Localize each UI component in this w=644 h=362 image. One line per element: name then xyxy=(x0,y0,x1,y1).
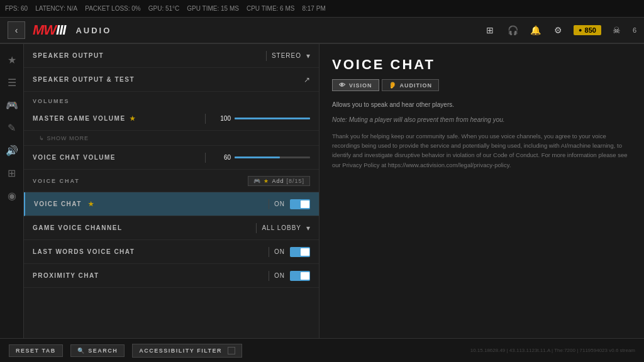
voice-chat-volume-fill xyxy=(235,156,280,158)
gpu-stat: GPU: 51°C xyxy=(148,5,180,12)
sidebar-icon-menu[interactable]: ☰ xyxy=(3,73,21,92)
dropdown-icon: ▾ xyxy=(306,52,310,60)
clock-stat: 8:17 PM xyxy=(302,5,325,12)
game-voice-channel-value: ALL LOBBY xyxy=(262,224,301,231)
voice-chat-row-label: VOICE CHAT ★ xyxy=(34,200,264,207)
pipe-divider6 xyxy=(269,271,269,281)
top-bar: FPS: 60 LATENCY: N/A PACKET LOSS: 0% GPU… xyxy=(0,0,644,18)
debug-info: 10.15.18628.49 | 43.113.1123t.11.A | The… xyxy=(470,348,635,353)
search-button[interactable]: 🔍 SEARCH xyxy=(70,344,125,357)
info-legal: Thank you for helping keep our community… xyxy=(332,131,631,170)
bottom-actions: RESET TAB 🔍 SEARCH ACCESSIBILITY FILTER xyxy=(9,344,242,358)
voice-chat-section-header: VOICE CHAT 🎮 ★ Add [8/15] xyxy=(24,170,319,192)
last-words-toggle[interactable] xyxy=(290,247,310,257)
tab-audition-label: AUDITION xyxy=(400,82,433,89)
voice-chat-volume-value: 60 xyxy=(211,154,231,161)
audition-icon: 👂 xyxy=(389,82,397,89)
settings-icon[interactable]: ⚙ xyxy=(551,23,565,37)
voice-chat-volume-row[interactable]: VOICE CHAT VOLUME 60 xyxy=(24,146,319,170)
master-volume-label: MASTER GAME VOLUME ★ xyxy=(33,115,200,122)
toggle-thumb3 xyxy=(301,272,309,280)
coins-badge: 850 xyxy=(574,25,601,35)
info-description: Allows you to speak and hear other playe… xyxy=(332,100,631,110)
info-note: Note: Muting a player will also prevent … xyxy=(332,115,631,125)
speaker-output-row[interactable]: SPEAKER OUTPUT STEREO ▾ xyxy=(24,44,319,68)
pipe-divider xyxy=(266,51,267,61)
dropdown-icon2: ▾ xyxy=(306,224,310,233)
accessibility-label: ACCESSIBILITY FILTER xyxy=(139,348,222,354)
accessibility-checkbox xyxy=(228,347,235,354)
add-count: [8/15] xyxy=(286,178,304,184)
headset-icon[interactable]: 🎧 xyxy=(506,23,519,37)
back-button[interactable]: ‹ xyxy=(8,21,25,39)
game-voice-channel-row[interactable]: GAME VOICE CHANNEL ALL LOBBY ▾ xyxy=(24,216,319,240)
latency-stat: LATENCY: N/A xyxy=(35,5,77,12)
add-icon: 🎮 xyxy=(253,178,261,184)
proximity-chat-toggle[interactable] xyxy=(290,271,310,281)
vision-icon: 👁 xyxy=(339,82,346,89)
tab-vision[interactable]: 👁 VISION xyxy=(332,79,379,91)
pipe-divider5 xyxy=(269,247,269,257)
skull-icon[interactable]: ☠ xyxy=(610,23,624,37)
last-words-row[interactable]: LAST WORDS VOICE CHAT ON xyxy=(24,240,319,264)
pipe-divider4 xyxy=(256,223,257,233)
accessibility-filter-button[interactable]: ACCESSIBILITY FILTER xyxy=(132,344,242,358)
game-voice-channel-label: GAME VOICE CHANNEL xyxy=(33,224,251,231)
export-icon: ↗ xyxy=(304,75,310,84)
voice-chat-on-value: ON xyxy=(274,200,285,207)
reset-tab-label: RESET TAB xyxy=(16,348,56,354)
coins-value: 850 xyxy=(585,26,596,34)
speaker-output-label: SPEAKER OUTPUT xyxy=(33,52,261,59)
speaker-output-value: STEREO xyxy=(272,52,301,59)
voice-chat-volume-track[interactable] xyxy=(235,156,310,158)
info-panel: VOICE CHAT 👁 VISION 👂 AUDITION Allows yo… xyxy=(319,44,644,338)
voice-chat-toggle-row[interactable]: VOICE CHAT ★ ON xyxy=(24,192,319,216)
top-bar-stats: FPS: 60 LATENCY: N/A PACKET LOSS: 0% GPU… xyxy=(5,5,326,12)
sidebar-icon-audio[interactable]: 🔊 xyxy=(3,141,21,160)
voice-chat-section-label: VOICE CHAT xyxy=(33,178,248,184)
master-volume-track[interactable] xyxy=(235,118,310,119)
add-favorite-button[interactable]: 🎮 ★ Add [8/15] xyxy=(248,176,310,186)
speaker-output-test-label: SPEAKER OUTPUT & TEST xyxy=(33,76,304,83)
gpu-time-stat: GPU TIME: 15 MS xyxy=(187,5,239,12)
level-value: 6 xyxy=(633,26,636,34)
voice-chat-toggle[interactable] xyxy=(290,199,310,209)
voice-chat-volume-label: VOICE CHAT VOLUME xyxy=(33,154,200,161)
toggle-thumb xyxy=(301,200,309,208)
proximity-chat-label: PROXIMITY CHAT xyxy=(33,272,264,279)
sidebar-icon-edit[interactable]: ✎ xyxy=(3,118,21,137)
show-more-row[interactable]: ↳ SHOW MORE xyxy=(24,131,319,146)
tab-vision-label: VISION xyxy=(349,82,372,89)
info-tabs: 👁 VISION 👂 AUDITION xyxy=(332,79,631,91)
pipe-divider3 xyxy=(269,199,269,209)
search-label: SEARCH xyxy=(88,348,118,354)
grid-icon[interactable]: ⊞ xyxy=(483,23,497,37)
tab-audition[interactable]: 👂 AUDITION xyxy=(382,79,440,91)
page-title: AUDIO xyxy=(75,26,111,35)
reset-tab-button[interactable]: RESET TAB xyxy=(9,344,63,357)
sidebar-icon-circle[interactable]: ◉ xyxy=(3,186,21,205)
toggle-thumb2 xyxy=(301,248,309,256)
volumes-header: VOLUMES xyxy=(24,92,319,107)
star-icon2: ★ xyxy=(264,178,269,184)
pipe-divider2 xyxy=(205,153,206,163)
proximity-chat-row[interactable]: PROXIMITY CHAT ON xyxy=(24,264,319,288)
bottom-bar: RESET TAB 🔍 SEARCH ACCESSIBILITY FILTER … xyxy=(0,338,644,362)
packet-loss-stat: PACKET LOSS: 0% xyxy=(85,5,141,12)
fps-stat: FPS: 60 xyxy=(5,5,28,12)
master-volume-row[interactable]: MASTER GAME VOLUME ★ 100 xyxy=(24,107,319,131)
pipe-divider xyxy=(205,114,206,124)
last-words-value: ON xyxy=(274,248,285,255)
show-more-label: ↳ SHOW MORE xyxy=(39,135,89,141)
sidebar-icon-grid[interactable]: ⊞ xyxy=(3,163,21,182)
sidebar-icon-favorites[interactable]: ★ xyxy=(3,50,21,69)
last-words-label: LAST WORDS VOICE CHAT xyxy=(33,248,264,255)
speaker-output-test-row[interactable]: SPEAKER OUTPUT & TEST ↗ xyxy=(24,68,319,92)
notification-icon[interactable]: 🔔 xyxy=(528,23,542,37)
add-label: Add xyxy=(272,178,284,184)
sidebar-icon-controller[interactable]: 🎮 xyxy=(3,96,21,114)
info-title: VOICE CHAT xyxy=(332,57,631,73)
sidebar-icons: ★ ☰ 🎮 ✎ 🔊 ⊞ ◉ xyxy=(0,44,24,338)
settings-panel: SPEAKER OUTPUT STEREO ▾ SPEAKER OUTPUT &… xyxy=(24,44,319,338)
master-volume-fill xyxy=(235,118,310,119)
